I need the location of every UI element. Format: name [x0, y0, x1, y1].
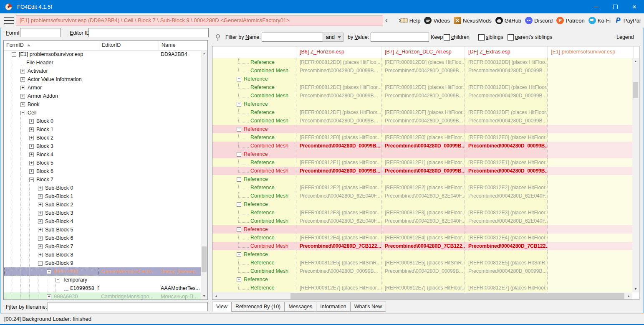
expander-plus-icon[interactable]: + [47, 295, 51, 299]
grid-cell[interactable]: Precombined\0004280D_00099B... [381, 91, 465, 100]
grid-cell-e1[interactable] [547, 91, 632, 100]
scroll-up-icon[interactable]: ▲ [632, 58, 639, 65]
grid-cell-e1[interactable] [547, 275, 632, 284]
grid-cell[interactable]: [REFR:000812E3] (places HitFloor... [465, 208, 547, 217]
expander-plus-icon[interactable]: + [38, 253, 43, 257]
grid-cell[interactable]: [REFR:000812E4] (places HitFloor... [381, 234, 465, 242]
expander-minus-icon[interactable]: − [56, 278, 60, 282]
grid-cell[interactable] [465, 125, 547, 133]
grid-cell[interactable]: [REFR:000812DF] (places HitFloor... [381, 108, 465, 117]
grid-cell[interactable]: [REFR:000812E3] (places HitFloor... [296, 208, 381, 217]
maximize-button[interactable] [606, 0, 625, 13]
grid-cell[interactable]: Precombined\0004280D_00099B... [381, 267, 465, 275]
grid-cell-e1[interactable] [547, 234, 632, 242]
grid-cell[interactable]: [REFR:000812E7] (places HitFloor... [381, 284, 465, 292]
grid-cell[interactable] [381, 250, 465, 259]
tab-referenced-by-10-[interactable]: Referenced By (10) [232, 302, 285, 312]
tree-row[interactable]: +Block 0 [4, 117, 201, 125]
grid-cell[interactable]: [REFR:000812DE] (places HitFloor... [381, 83, 465, 91]
grid-row[interactable]: −Reference [212, 150, 632, 158]
tree-row[interactable]: +000A603DCambridgeMonsigno...Монсиньор-П… [4, 292, 201, 300]
grid-cell[interactable]: Precombined\0004280D_00099B... [381, 142, 465, 150]
filename-filter-input[interactable] [48, 302, 208, 311]
expander-plus-icon[interactable]: + [29, 144, 34, 149]
grid-cell[interactable]: Precombined\0004280D_00099B... [381, 66, 465, 75]
expander-minus-icon[interactable]: − [20, 111, 25, 115]
grid-cell[interactable] [465, 250, 547, 259]
expander-plus-icon[interactable]: + [38, 194, 43, 199]
grid-cell[interactable]: [REFR:000812DF] (places HitFloor... [296, 108, 381, 117]
expander-plus-icon[interactable]: + [20, 77, 25, 82]
grid-cell[interactable] [465, 150, 547, 158]
grid-cell-e1[interactable] [547, 250, 632, 259]
grid-cell-e1[interactable] [547, 58, 632, 66]
tree-row[interactable]: +Sub-Block 4 [4, 217, 201, 226]
tree-header-editorid[interactable]: EditorID [99, 41, 159, 50]
grid-cell[interactable]: Precombined\0004280D_00099B... [296, 267, 381, 275]
column-header[interactable]: [B6] Z_Horizon.esp [296, 46, 381, 58]
grid-cell[interactable]: [REFR:000812E3] (places HitFloor... [381, 208, 465, 217]
grid-row[interactable]: Combined MeshPrecombined\0004280D_00099B… [212, 167, 632, 175]
grid-cell[interactable]: [REFR:000812E2] (places HitFloor... [381, 183, 465, 192]
grid-row[interactable]: −Reference [212, 175, 632, 183]
grid-cell-e1[interactable] [547, 108, 632, 117]
grid-cell[interactable]: Precombined\0004280D_00099B... [296, 117, 381, 125]
grid-row[interactable]: −Reference [212, 100, 632, 108]
grid-cell[interactable]: [REFR:000812DE] (places HitFloor... [465, 83, 547, 91]
expander-plus-icon[interactable]: + [29, 152, 34, 157]
grid-row[interactable]: Reference[REFR:000812E1] (places HitFloo… [212, 158, 632, 167]
close-button[interactable]: × [625, 0, 644, 13]
grid-cell[interactable]: Precombined\0004280D_00099B... [381, 117, 465, 125]
expander-plus-icon[interactable]: + [29, 169, 34, 174]
tree-row[interactable]: +Activator [4, 67, 201, 75]
grid-horizontal-scrollbar[interactable]: ◄ ► [212, 292, 632, 300]
grid-cell[interactable]: [REFR:000812DF] (places HitFloor... [465, 108, 547, 117]
legend-link[interactable]: Legend [616, 34, 634, 40]
grid-hscrollbar-thumb[interactable] [290, 293, 624, 299]
column-header[interactable]: [B7] Z_Horizon_DLC_All.esp [381, 46, 465, 58]
tree-row[interactable]: +Sub-Block 3 [4, 209, 201, 217]
tree-row[interactable]: +Block 1 [4, 125, 201, 134]
minimize-button[interactable] [586, 0, 606, 13]
grid-cell[interactable] [381, 175, 465, 183]
tree-row[interactable]: +Armor [4, 84, 201, 92]
grid-cell-e1[interactable] [547, 75, 632, 83]
link-paypal[interactable]: PPayPal [614, 17, 641, 24]
expander-minus-icon[interactable]: − [47, 269, 51, 274]
tree-row[interactable]: +Sub-Block 2 [4, 201, 201, 209]
grid-row[interactable]: Reference[REFR:000812E4] (places HitFloo… [212, 234, 632, 242]
expander-plus-icon[interactable]: + [20, 94, 25, 99]
grid-cell[interactable]: [REFR:000812DE] (places HitFloor... [296, 83, 381, 91]
expander-plus-icon[interactable]: + [29, 161, 34, 165]
checkbox-siblings[interactable] [478, 34, 485, 41]
tree-row[interactable]: +Actor Value Information [4, 75, 201, 84]
expander-minus-icon[interactable]: − [237, 227, 241, 232]
grid-row[interactable]: Reference[REFR:000812E3] (places HitFloo… [212, 208, 632, 217]
tree-row[interactable]: +Sub-Block 6 [4, 234, 201, 242]
tree-row[interactable]: +Block 6 [4, 167, 201, 175]
grid-row[interactable]: Reference[REFR:000812E7] (places HitFloo… [212, 284, 632, 292]
expander-plus-icon[interactable]: + [38, 219, 43, 224]
grid-row[interactable]: Combined MeshPrecombined\0004280D_00099B… [212, 66, 632, 75]
editorid-input[interactable] [88, 28, 209, 37]
tree-row[interactable]: +Sub-Block 5 [4, 226, 201, 234]
grid-row[interactable]: −Reference [212, 75, 632, 83]
tab-what-s-new[interactable]: What's New [351, 302, 386, 312]
grid-cell[interactable]: [REFR:000812E5] (places HitSmR... [296, 259, 381, 267]
scroll-left-icon[interactable]: ◄ [212, 292, 220, 300]
expander-plus-icon[interactable]: + [38, 203, 43, 207]
link-videos[interactable]: GPVideos [424, 17, 450, 24]
expander-plus-icon[interactable]: + [38, 228, 43, 232]
grid-row[interactable]: Combined MeshPrecombined\0004280D_00099B… [212, 117, 632, 125]
breadcrumb[interactable] [16, 15, 383, 25]
grid-cell[interactable] [381, 100, 465, 108]
scroll-down-icon[interactable]: ▼ [201, 293, 207, 300]
expander-plus-icon[interactable]: + [20, 102, 25, 107]
grid-row[interactable]: Combined MeshPrecombined\0004280D_62E040… [212, 217, 632, 225]
grid-cell[interactable] [465, 225, 547, 234]
grid-row[interactable]: Combined MeshPrecombined\0004280D_7CB122… [212, 242, 632, 250]
grid-cell-e1[interactable] [547, 259, 632, 267]
grid-vertical-scrollbar[interactable]: ▲ ▼ [632, 58, 639, 292]
tree-row[interactable]: +Sub-Block 8 [4, 251, 201, 259]
grid-cell-e1[interactable] [547, 150, 632, 158]
